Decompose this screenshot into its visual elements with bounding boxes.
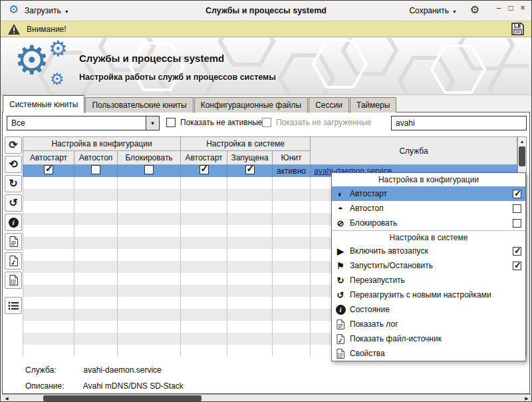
daemon-reload-button[interactable]: ⟲: [5, 156, 22, 173]
scroll-up-icon[interactable]: ▲: [518, 137, 526, 146]
unit-list-button[interactable]: [5, 297, 22, 314]
footer-description-line: Описание: Avahi mDNS/DNS SD-Stack: [25, 381, 184, 391]
source-document-icon: [334, 334, 346, 344]
group-header-config: Настройка в конфигурации: [23, 137, 181, 151]
scope-dropdown[interactable]: Все ▼: [7, 116, 160, 130]
load-button-label: Загрузить: [25, 6, 61, 15]
chevron-down-icon: ▼: [65, 8, 69, 14]
menu-item-reload[interactable]: ↺ Перезагрузить с новыми настройками: [332, 288, 525, 302]
menu-item-label: Свойства: [350, 349, 521, 358]
footer-service-line: Служба: avahi-daemon.service: [25, 365, 162, 375]
scroll-left-icon[interactable]: ◀: [2, 395, 11, 402]
chevron-down-icon: ▼: [452, 8, 457, 14]
refresh-icon: ⟳: [9, 140, 17, 150]
scroll-right-icon[interactable]: ▶: [522, 395, 531, 402]
window-controls: – □ ×: [493, 3, 528, 13]
show-unloaded-filter: Показать не загруженные: [262, 118, 371, 127]
autostart-config-checkbox[interactable]: [44, 165, 53, 174]
save-button[interactable]: Сохранить ▼: [409, 4, 457, 17]
tab-label: Сессии: [315, 100, 342, 110]
log-document-icon: [9, 236, 18, 247]
horizontal-scrollbar[interactable]: ◀ ▶: [2, 394, 531, 402]
refresh-button[interactable]: ⟳: [5, 136, 22, 154]
properties-button[interactable]: [5, 272, 22, 289]
running-checkbox[interactable]: [245, 165, 255, 174]
state-button[interactable]: [5, 214, 22, 231]
settings-gear-icon[interactable]: ⚙: [470, 3, 479, 16]
chevron-down-icon[interactable]: ▼: [146, 116, 159, 130]
log-document-icon: [334, 319, 346, 329]
page-title: Службы и процессы systemd: [79, 53, 224, 64]
menu-item-start-stop[interactable]: ⚑ Запустить/Остановить: [332, 258, 525, 273]
reload-config-button[interactable]: ↺: [5, 194, 22, 212]
tab-sessions[interactable]: Сессии: [309, 97, 349, 112]
menu-item-state[interactable]: Состояние: [332, 302, 525, 317]
maximize-button[interactable]: □: [505, 3, 516, 13]
tab-system-units[interactable]: Системные юниты: [3, 95, 84, 112]
menu-enable-checkbox[interactable]: [513, 247, 521, 256]
tab-user-units[interactable]: Пользовательские юниты: [85, 97, 193, 112]
menu-autostart-checkbox[interactable]: [513, 190, 521, 198]
reload-config-icon: ↺: [9, 198, 17, 208]
restart-button[interactable]: ↻: [5, 175, 22, 192]
show-inactive-label: Показать не активные: [180, 118, 263, 127]
column-header[interactable]: Блокировать: [118, 151, 181, 165]
menu-item-block[interactable]: ⊘ Блокировать: [332, 216, 525, 230]
menu-item-enable-autostart[interactable]: ▶ Включить автозапуск: [332, 244, 525, 258]
menu-autostop-checkbox[interactable]: [513, 204, 521, 213]
group-header-system: Настройка в системе: [181, 137, 311, 151]
menu-item-label: Показать файл-источник: [350, 334, 521, 343]
menu-block-checkbox[interactable]: [513, 219, 521, 228]
vertical-scroll-thumb[interactable]: [519, 146, 525, 166]
load-button[interactable]: Загрузить ▼: [25, 4, 69, 17]
menu-item-label: Состояние: [350, 305, 521, 314]
search-input[interactable]: avahi: [391, 116, 527, 130]
show-unloaded-checkbox[interactable]: [262, 118, 271, 127]
menu-item-show-log[interactable]: Показать лог: [332, 317, 525, 331]
menu-item-autostart[interactable]: ◐ Автостарт: [332, 186, 525, 201]
app-logo-gear-icon: ⚙: [14, 41, 50, 81]
save-file-icon[interactable]: [511, 22, 525, 36]
autostop-config-checkbox[interactable]: [91, 165, 100, 174]
left-toolbar: ⟳ ⟲ ↻ ↺: [5, 136, 22, 314]
close-button[interactable]: ×: [517, 3, 528, 13]
hexagon-pattern: [1, 38, 529, 95]
tab-timers[interactable]: Таймеры: [350, 97, 396, 112]
column-header[interactable]: Автостоп: [74, 151, 118, 165]
tab-config-files[interactable]: Конфигурационные файлы: [194, 97, 308, 112]
autostart-icon: ◐: [334, 189, 346, 199]
tab-label: Системные юниты: [9, 100, 78, 109]
service-value: avahi-daemon.service: [83, 365, 161, 375]
autostart-system-checkbox[interactable]: [200, 165, 209, 174]
menu-item-restart[interactable]: ↻ Перезапустить: [332, 273, 525, 288]
app-gear-icon: ⚙: [9, 3, 19, 17]
unit-state: активно: [273, 165, 311, 177]
block-config-checkbox[interactable]: [144, 165, 154, 174]
tab-bar: Системные юниты Пользовательские юниты К…: [3, 95, 397, 112]
autostop-icon: ◓: [334, 204, 346, 214]
column-header[interactable]: Юнит: [273, 151, 311, 165]
restart-icon: ↻: [334, 276, 346, 286]
show-source-button[interactable]: [5, 252, 22, 270]
app-logo-gear-icon: ⚙: [49, 38, 68, 59]
source-document-icon: [9, 256, 18, 266]
show-log-button[interactable]: [5, 233, 22, 250]
menu-item-properties[interactable]: Свойства: [332, 346, 525, 361]
show-inactive-checkbox[interactable]: [166, 118, 176, 127]
reload-icon: ↺: [334, 290, 346, 300]
page-subtitle: Настройка работы служб и процессов систе…: [79, 73, 276, 82]
tab-label: Конфигурационные файлы: [201, 100, 301, 110]
menu-item-show-source[interactable]: Показать файл-источник: [332, 331, 525, 346]
menu-item-autostop[interactable]: ◓ Автостоп: [332, 201, 525, 216]
daemon-reload-icon: ⟲: [9, 159, 17, 170]
horizontal-scroll-thumb[interactable]: [43, 395, 201, 401]
menu-start-stop-checkbox[interactable]: [513, 262, 521, 270]
menu-item-label: Перезагрузить с новыми настройками: [350, 290, 521, 300]
info-icon: [334, 305, 346, 315]
show-inactive-filter: Показать не активные: [166, 118, 263, 127]
minimize-button[interactable]: –: [493, 3, 504, 13]
header-banner: ⚙ ⚙ ⚙ Службы и процессы systemd Настройк…: [1, 38, 531, 95]
menu-section-system-header: Настройка в системе: [332, 230, 525, 244]
context-menu: Настройка в конфигурации ◐ Автостарт ◓ А…: [331, 172, 526, 361]
column-header-service[interactable]: Служба: [311, 137, 517, 165]
